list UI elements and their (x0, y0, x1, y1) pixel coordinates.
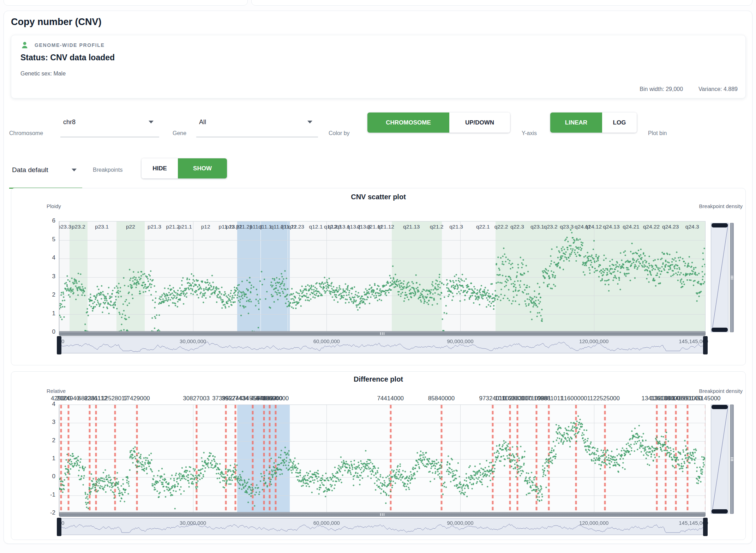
cnv-scatter-card: CNV scatter plot Ploidy Breakpoint densi… (11, 188, 746, 365)
breakpoints-show-button[interactable]: SHOW (178, 158, 227, 178)
data-select-value: Data default (12, 166, 48, 174)
navigator-tick-label: 60,000,000 (313, 338, 340, 344)
density-top-handle[interactable] (712, 405, 728, 409)
diff-navigator[interactable]: 030,000,00060,000,00090,000,000120,000,0… (59, 518, 706, 535)
cnv-panel: Copy number (CNV) GENOME-WIDE PROFILE St… (4, 11, 752, 544)
density-top-handle[interactable] (712, 223, 728, 227)
scatter-right-axis-title: Breakpoint density (699, 203, 743, 209)
chevron-down-icon (149, 121, 154, 123)
data-select[interactable]: Data default (9, 152, 82, 189)
gene-label: Gene (173, 130, 186, 136)
navigator-tick-label: 120,000,000 (579, 520, 608, 526)
breakpoint-position-label: 85840000 (428, 395, 455, 402)
scatter-h-scrollbar[interactable] (59, 331, 706, 336)
y-axis-linear-button[interactable]: LINEAR (550, 113, 602, 133)
y-tick-label: 0 (41, 473, 55, 480)
y-axis-label: Y-axis (522, 130, 537, 136)
page: Copy number (CNV) GENOME-WIDE PROFILE St… (0, 0, 756, 553)
y-tick-label: 3 (41, 419, 55, 426)
y-tick-label: -2 (41, 509, 55, 516)
scatter-density-scrollbar[interactable] (730, 223, 734, 332)
color-by-chromosome-button[interactable]: CHROMOSOME (367, 113, 449, 133)
navigator-tick-label: 30,000,000 (180, 338, 206, 344)
navigator-tick-label: 0 (61, 338, 64, 344)
color-by-toggle: CHROMOSOME UP/DOWN (367, 113, 510, 133)
diff-density-panel[interactable] (711, 405, 728, 514)
navigator-right-handle[interactable] (703, 336, 708, 354)
breakpoints-label: Breakpoints (93, 167, 123, 173)
genetic-sex-text: Genetic sex: Male (20, 71, 66, 77)
breakpoint-position-label: 122525000 (590, 395, 620, 402)
chevron-down-icon (307, 121, 312, 123)
diff-right-axis-title: Breakpoint density (699, 388, 743, 394)
diff-density-scrollbar[interactable] (730, 405, 734, 514)
status-text: Status: CNV data loaded (20, 53, 115, 62)
y-tick-label: 3 (41, 273, 55, 280)
breakpoint-position-label: 48604000 (262, 395, 289, 402)
scatter-density-panel[interactable] (711, 223, 728, 332)
navigator-left-handle[interactable] (57, 336, 61, 354)
y-tick-label: 0 (41, 328, 55, 335)
navigator-right-handle[interactable] (703, 518, 708, 536)
previous-card-edge-right (251, 0, 752, 6)
navigator-canvas[interactable] (59, 337, 706, 353)
chromosome-label: Chromosome (9, 130, 43, 136)
y-axis-toggle: LINEAR LOG (550, 113, 637, 133)
chevron-down-icon (72, 169, 77, 171)
navigator-tick-label: 0 (61, 520, 64, 526)
bin-width-value: Bin width: 29,000 (640, 86, 683, 92)
scrollbar-grip-icon (731, 276, 733, 279)
genome-profile-card: GENOME-WIDE PROFILE Status: CNV data loa… (11, 35, 746, 98)
gene-select-value: All (199, 118, 206, 126)
y-tick-label: -1 (41, 491, 55, 498)
plot-bin-label: Plot bin (648, 130, 667, 136)
y-tick-label: 6 (41, 217, 55, 224)
variance-value: Variance: 4.889 (698, 86, 738, 92)
breakpoint-position-label: 74414000 (377, 395, 404, 402)
breakpoints-toggle: HIDE SHOW (142, 158, 227, 178)
scatter-title: CNV scatter plot (11, 193, 745, 201)
breakpoint-position-label: 17429000 (123, 395, 150, 402)
y-tick-label: 2 (41, 291, 55, 298)
diff-h-scrollbar[interactable] (59, 512, 706, 517)
navigator-tick-label: 120,000,000 (579, 338, 608, 344)
cnv-scatter-plot-area[interactable]: p23.3p23.2p23.1p22p21.3p21.2p21.1p12p11.… (59, 221, 706, 332)
scatter-y-axis-title: Ploidy (47, 203, 61, 209)
diff-title: Difference plot (11, 375, 745, 383)
navigator-tick-label: 90,000,000 (447, 520, 473, 526)
diff-y-axis-title: Relative (47, 388, 66, 394)
y-tick-label: 4 (41, 254, 55, 261)
chromosome-select[interactable]: chr8 (60, 107, 159, 137)
difference-plot-canvas[interactable] (59, 405, 706, 513)
navigator-canvas[interactable] (59, 518, 706, 535)
scrollbar-grip-icon (380, 513, 384, 516)
navigator-left-handle[interactable] (57, 518, 61, 536)
breakpoint-position-label: 30827003 (183, 395, 210, 402)
scatter-navigator[interactable]: 030,000,00060,000,00090,000,000120,000,0… (59, 336, 706, 353)
difference-plot-card: Difference plot Relative Breakpoint dens… (11, 371, 746, 540)
color-by-updown-button[interactable]: UP/DOWN (449, 113, 510, 133)
cnv-scatter-canvas[interactable] (59, 221, 706, 332)
breakpoints-hide-button[interactable]: HIDE (142, 158, 178, 178)
y-tick-label: 5 (41, 236, 55, 243)
density-bottom-handle[interactable] (712, 509, 728, 514)
y-tick-label: 4 (41, 401, 55, 408)
person-icon (20, 41, 29, 49)
scrollbar-grip-icon (731, 457, 733, 461)
previous-card-edge-left (4, 0, 248, 6)
y-tick-label: 1 (41, 455, 55, 462)
difference-plot-area[interactable] (59, 405, 706, 513)
color-by-label: Color by (329, 130, 350, 136)
breakpoint-position-label: 145145000 (690, 395, 720, 402)
section-label: GENOME-WIDE PROFILE (35, 42, 104, 48)
gene-select[interactable]: All (196, 107, 318, 137)
density-bottom-handle[interactable] (712, 328, 728, 332)
page-title: Copy number (CNV) (11, 17, 102, 28)
breakpoint-position-label: 116000001 (561, 395, 590, 402)
breakpoint-position-label: 2024940 (56, 395, 79, 402)
navigator-tick-label: 90,000,000 (447, 338, 473, 344)
y-axis-log-button[interactable]: LOG (602, 113, 637, 133)
y-tick-label: 1 (41, 310, 55, 317)
scrollbar-grip-icon (380, 332, 384, 335)
breakpoint-position-label: 109881011 (534, 395, 563, 402)
